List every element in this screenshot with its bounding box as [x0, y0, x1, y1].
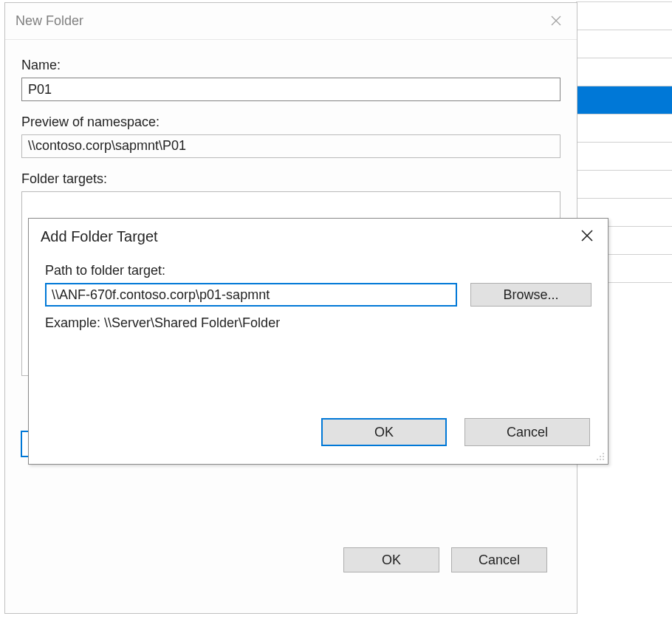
ok-button[interactable]: OK	[343, 547, 439, 572]
close-icon[interactable]	[571, 221, 603, 250]
browse-button[interactable]: Browse...	[470, 283, 592, 307]
new-folder-title: New Folder	[16, 13, 83, 29]
svg-point-9	[603, 459, 604, 460]
add-folder-target-dialog: Add Folder Target Path to folder target:…	[28, 218, 608, 465]
folder-targets-label: Folder targets:	[21, 171, 560, 187]
svg-point-6	[603, 456, 604, 457]
name-input[interactable]	[21, 78, 560, 101]
name-label: Name:	[21, 58, 560, 73]
cancel-button[interactable]: Cancel	[464, 418, 590, 446]
add-target-titlebar[interactable]: Add Folder Target	[29, 219, 608, 254]
resize-grip-icon[interactable]	[593, 449, 605, 461]
svg-point-8	[600, 459, 601, 460]
selected-row	[576, 86, 672, 114]
path-label: Path to folder target:	[45, 263, 592, 278]
new-folder-titlebar[interactable]: New Folder	[5, 3, 577, 40]
svg-point-5	[600, 456, 601, 457]
add-target-title: Add Folder Target	[41, 228, 158, 245]
preview-value: \\contoso.corp\sapmnt\P01	[21, 134, 560, 158]
ok-button[interactable]: OK	[321, 418, 447, 446]
preview-label: Preview of namespace:	[21, 114, 560, 130]
example-label: Example: \\Server\Shared Folder\Folder	[45, 315, 592, 331]
svg-point-4	[603, 453, 604, 454]
cancel-button[interactable]: Cancel	[451, 547, 547, 572]
svg-point-7	[597, 459, 598, 460]
close-icon[interactable]	[541, 7, 571, 34]
path-input[interactable]	[45, 283, 457, 307]
